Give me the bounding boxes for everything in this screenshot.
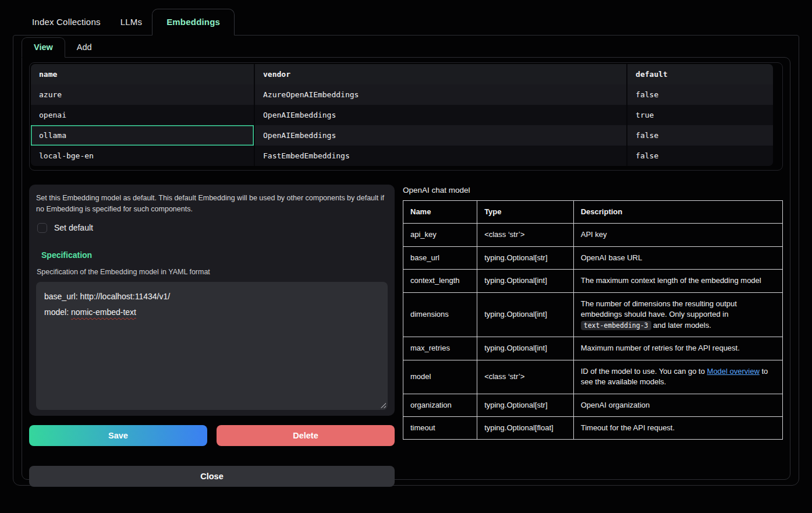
set-default-label: Set default [54,223,93,232]
save-button[interactable]: Save [29,425,207,446]
embeddings-table-container: name vendor default azure AzureOpenAIEmb… [29,62,783,171]
delete-button[interactable]: Delete [217,425,395,446]
column-header-default: default [627,64,773,84]
yaml-line-1: base_url: http://localhost:11434/v1/ [44,289,380,305]
tab-view[interactable]: View [22,37,65,58]
param-row-organization: organization typing.Optional[str] OpenAI… [403,394,783,416]
specification-hint: Specification of the Embedding model in … [37,268,388,276]
cell-default[interactable]: true [627,105,773,125]
table-row-azure[interactable]: azure AzureOpenAIEmbeddings false [31,84,773,105]
default-description: Set this Embedding model as default. Thi… [36,193,388,215]
cell-default[interactable]: false [627,146,773,166]
param-type: typing.Optional[int] [477,337,574,360]
tab-embeddings[interactable]: Embeddings [152,9,235,36]
yaml-spec-textarea[interactable]: base_url: http://localhost:11434/v1/ mod… [36,282,388,410]
resize-handle-icon[interactable] [380,402,386,408]
param-type: typing.Optional[int] [477,292,574,337]
param-row-api-key: api_key <class ‘str’> API key [403,224,783,246]
param-type: typing.Optional[str] [477,394,574,416]
param-name: base_url [403,246,477,269]
param-row-model: model <class ‘str’> ID of the model to u… [403,360,783,394]
param-row-base-url: base_url typing.Optional[str] OpenAI bas… [403,246,783,269]
param-description: OpenAI organization [573,394,782,416]
params-header-row: Name Type Description [403,201,783,224]
param-type: typing.Optional[str] [477,246,574,269]
model-docs-column: OpenAI chat model Name Type Description … [403,185,783,487]
cell-vendor[interactable]: OpenAIEmbeddings [255,105,627,125]
param-name: timeout [403,416,477,439]
param-name: api_key [403,224,477,246]
param-type: <class ‘str’> [477,224,574,246]
tab-llms[interactable]: LLMs [111,9,152,35]
param-type: <class ‘str’> [477,360,574,394]
param-row-dimensions: dimensions typing.Optional[int] The numb… [403,292,783,337]
param-description: Maximum number of retries for the API re… [573,337,782,360]
edit-column: Set this Embedding model as default. Thi… [29,185,395,487]
param-name: max_retries [403,337,477,360]
param-description: OpenAI base URL [573,246,782,269]
tab-index-collections[interactable]: Index Collections [22,9,111,35]
model-params-table: Name Type Description api_key <class ‘st… [403,200,783,440]
param-description: ID of the model to use. You can go to Mo… [573,360,782,394]
table-row-openai[interactable]: openai OpenAIEmbeddings true [31,105,773,125]
param-header-description: Description [573,201,782,224]
param-row-max-retries: max_retries typing.Optional[int] Maximum… [403,337,783,360]
param-row-timeout: timeout typing.Optional[float] Timeout f… [403,416,783,439]
embeddings-panel: View Add name vendor default azure Azure… [13,35,799,486]
table-row-ollama-selected[interactable]: ollama OpenAIEmbeddings false [31,125,773,146]
param-name: dimensions [403,292,477,337]
sub-tab-bar: View Add [13,36,799,57]
close-button[interactable]: Close [29,466,395,487]
param-header-name: Name [403,201,477,224]
embeddings-table-header: name vendor default [31,64,773,84]
param-name: context_length [403,270,477,292]
param-description: Timeout for the API request. [573,416,782,439]
column-header-vendor: vendor [255,64,627,84]
cell-vendor[interactable]: AzureOpenAIEmbeddings [255,84,627,105]
cell-name[interactable]: local-bge-en [31,146,255,166]
cell-default[interactable]: false [627,84,773,105]
column-header-name: name [31,64,255,84]
specification-heading: Specification [41,250,388,260]
cell-name[interactable]: azure [31,84,255,105]
param-name: model [403,360,477,394]
param-description: The number of dimensions the resulting o… [573,292,782,337]
param-name: organization [403,394,477,416]
set-default-checkbox[interactable] [37,223,47,233]
model-overview-link[interactable]: Model overview [707,367,760,376]
param-type: typing.Optional[float] [477,416,574,439]
yaml-line-2: model: nomic-embed-text [44,305,380,320]
view-panel: name vendor default azure AzureOpenAIEmb… [22,57,790,480]
default-settings-panel: Set this Embedding model as default. Thi… [29,185,395,416]
cell-name[interactable]: openai [31,105,255,125]
param-description: The maximum context length of the embedd… [573,270,782,292]
main-tab-bar: Index Collections LLMs Embeddings [0,0,812,35]
cell-vendor[interactable]: FastEmbedEmbeddings [255,146,627,166]
set-default-row[interactable]: Set default [37,223,388,233]
param-header-type: Type [477,201,574,224]
param-row-context-length: context_length typing.Optional[int] The … [403,270,783,292]
cell-name-selected[interactable]: ollama [31,125,255,146]
param-description: API key [573,224,782,246]
embeddings-table: name vendor default azure AzureOpenAIEmb… [31,64,773,166]
tab-add[interactable]: Add [65,38,104,57]
model-docs-title: OpenAI chat model [403,186,783,194]
cell-vendor[interactable]: OpenAIEmbeddings [255,125,627,146]
table-row-local-bge-en[interactable]: local-bge-en FastEmbedEmbeddings false [31,146,773,166]
code-chip: text-embedding-3 [581,321,651,330]
misspelled-word: nomic-embed-text [71,307,136,317]
cell-default[interactable]: false [627,125,773,146]
param-type: typing.Optional[int] [477,270,574,292]
